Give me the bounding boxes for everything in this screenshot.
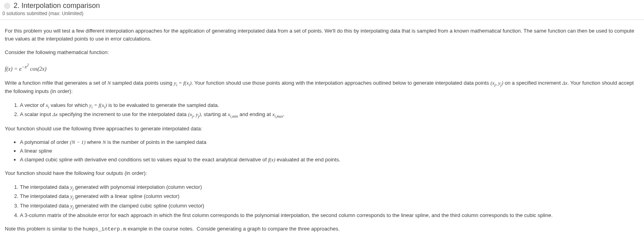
problem-body: For this problem you will test a few dif… [0,20,644,244]
list-item: A 3-column matrix of the absolute error … [20,211,639,219]
problem-header: 2. Interpolation comparison 0 solutions … [0,0,644,20]
list-item: A vector of xi values for which yi = f(x… [20,101,639,110]
outputs-list: The interpolated data yj generated with … [5,183,639,219]
list-item: The interpolated data yj generated with … [20,192,639,201]
list-item: A clamped cubic spline with derivative e… [20,156,639,164]
inputs-list: A vector of xi values for which yi = f(x… [5,101,639,119]
approaches-list: A polynomial of order (N − 1) where N is… [5,138,639,164]
equation: f(x) = e−x2 cos(2x) [5,62,639,73]
consider-paragraph: Consider the following mathematical func… [5,48,639,56]
list-item: A linear spline [20,147,639,155]
list-item: The interpolated data yj generated with … [20,183,639,192]
submission-status: 0 solutions submitted (max: Unlimited) [0,11,644,16]
status-dot-icon [4,3,10,9]
list-item: A scalar input Δx specifying the increme… [20,110,639,119]
intro-paragraph: For this problem you will test a few dif… [5,27,639,43]
write-paragraph: Write a function mfile that generates a … [5,79,639,96]
list-item: The interpolated data yj generated with … [20,202,639,211]
list-item: A polynomial of order (N − 1) where N is… [20,138,639,146]
approaches-lead: Your function should use the following t… [5,125,639,133]
outputs-lead: Your function should have the following … [5,169,639,177]
problem-title: 2. Interpolation comparison [14,2,100,10]
title-row: 2. Interpolation comparison [0,2,644,10]
note-paragraph: Note this problem is similar to the hump… [5,225,639,233]
